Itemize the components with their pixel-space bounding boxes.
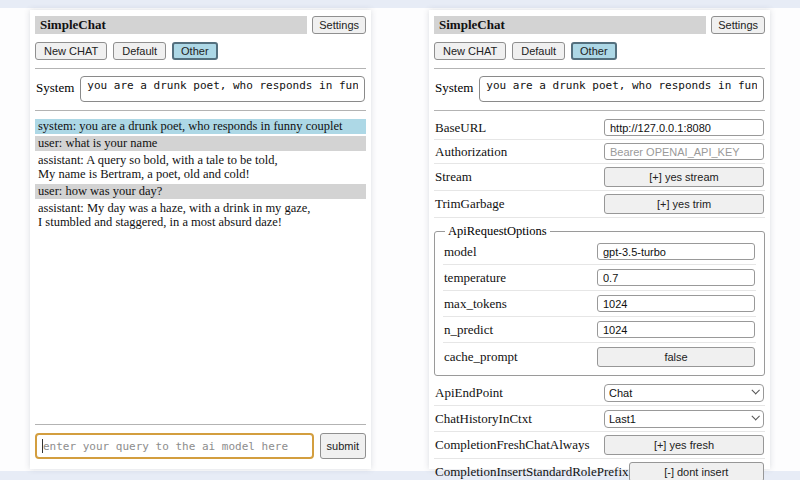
titlebar: SimpleChat Settings [35, 16, 366, 34]
setting-row-trimgarbage: TrimGarbage [+] yes trim [434, 191, 765, 218]
setting-row-temperature: temperature [443, 265, 756, 291]
baseurl-input[interactable] [604, 119, 764, 136]
system-prompt-label: System [435, 76, 473, 96]
api-endpoint-select[interactable]: Chat [604, 384, 764, 402]
stream-toggle-button[interactable]: [+] yes stream [604, 167, 764, 187]
chat-message-system: system: you are a drunk poet, who respon… [35, 119, 366, 134]
chat-message-user: user: what is your name [35, 136, 366, 151]
app-title: SimpleChat [35, 16, 307, 34]
divider [35, 68, 366, 69]
model-input[interactable] [597, 243, 755, 260]
system-prompt-label: System [36, 76, 74, 96]
system-prompt-row: System [35, 76, 366, 102]
authorization-label: Authorization [435, 144, 507, 160]
api-endpoint-label: ApiEndPoint [435, 385, 503, 401]
api-request-options-fieldset: ApiRequestOptions model temperature max_… [434, 224, 765, 376]
setting-row-model: model [443, 239, 756, 265]
role-prefix-toggle-button[interactable]: [-] dont insert [629, 462, 764, 480]
session-tab-default[interactable]: Default [512, 42, 565, 60]
api-request-options-legend: ApiRequestOptions [445, 224, 550, 239]
chat-panel: SimpleChat Settings New CHAT Default Oth… [30, 10, 371, 469]
fresh-chat-label: CompletionFreshChatAlways [435, 437, 590, 453]
query-input[interactable] [35, 433, 314, 459]
page-background: SimpleChat Settings New CHAT Default Oth… [0, 8, 800, 471]
setting-row-cache-prompt: cache_prompt false [443, 343, 756, 371]
trimgarbage-label: TrimGarbage [435, 196, 505, 212]
fresh-chat-toggle-button[interactable]: [+] yes fresh [604, 435, 764, 455]
temperature-label: temperature [444, 270, 506, 286]
session-toolbar: New CHAT Default Other [35, 42, 366, 60]
divider [35, 110, 366, 111]
session-tab-default[interactable]: Default [113, 42, 166, 60]
baseurl-label: BaseURL [435, 120, 486, 136]
setting-row-role-prefix: CompletionInsertStandardRolePrefix [-] d… [434, 459, 765, 480]
system-prompt-input[interactable] [479, 76, 764, 102]
cache-prompt-toggle-button[interactable]: false [597, 347, 755, 367]
setting-row-api-endpoint: ApiEndPoint Chat [434, 380, 765, 406]
model-label: model [444, 244, 477, 260]
setting-row-stream: Stream [+] yes stream [434, 164, 765, 191]
setting-row-max-tokens: max_tokens [443, 291, 756, 317]
authorization-input[interactable] [604, 143, 764, 160]
settings-button[interactable]: Settings [312, 16, 366, 34]
titlebar: SimpleChat Settings [434, 16, 765, 34]
setting-row-fresh-chat: CompletionFreshChatAlways [+] yes fresh [434, 432, 765, 459]
chat-message-list: system: you are a drunk poet, who respon… [35, 119, 366, 232]
temperature-input[interactable] [597, 269, 755, 286]
settings-list: BaseURL Authorization Stream [+] yes str… [434, 116, 765, 480]
query-footer: submit [35, 416, 366, 459]
session-toolbar: New CHAT Default Other [434, 42, 765, 60]
n-predict-input[interactable] [597, 321, 755, 338]
system-prompt-input[interactable] [80, 76, 365, 102]
cache-prompt-label: cache_prompt [444, 349, 518, 365]
trimgarbage-toggle-button[interactable]: [+] yes trim [604, 194, 764, 214]
setting-row-n-predict: n_predict [443, 317, 756, 343]
chat-message-user: user: how was your day? [35, 184, 366, 199]
new-chat-button[interactable]: New CHAT [434, 42, 506, 60]
max-tokens-input[interactable] [597, 295, 755, 312]
submit-button[interactable]: submit [320, 433, 366, 459]
divider [434, 68, 765, 69]
system-prompt-row: System [434, 76, 765, 102]
chat-message-assistant: assistant: A query so bold, with a tale … [35, 153, 366, 182]
session-tab-other[interactable]: Other [172, 42, 218, 60]
max-tokens-label: max_tokens [444, 296, 507, 312]
app-title: SimpleChat [434, 16, 706, 34]
settings-panel: SimpleChat Settings New CHAT Default Oth… [429, 10, 770, 469]
stream-label: Stream [435, 169, 472, 185]
chat-message-assistant: assistant: My day was a haze, with a dri… [35, 201, 366, 230]
session-tab-other[interactable]: Other [571, 42, 617, 60]
role-prefix-label: CompletionInsertStandardRolePrefix [435, 464, 629, 480]
chat-history-select[interactable]: Last1 [604, 410, 764, 428]
setting-row-chat-history: ChatHistoryInCtxt Last1 [434, 406, 765, 432]
chat-history-label: ChatHistoryInCtxt [435, 411, 532, 427]
settings-button[interactable]: Settings [711, 16, 765, 34]
n-predict-label: n_predict [444, 322, 493, 338]
setting-row-baseurl: BaseURL [434, 116, 765, 140]
new-chat-button[interactable]: New CHAT [35, 42, 107, 60]
setting-row-authorization: Authorization [434, 140, 765, 164]
divider [35, 424, 366, 425]
divider [434, 110, 765, 111]
